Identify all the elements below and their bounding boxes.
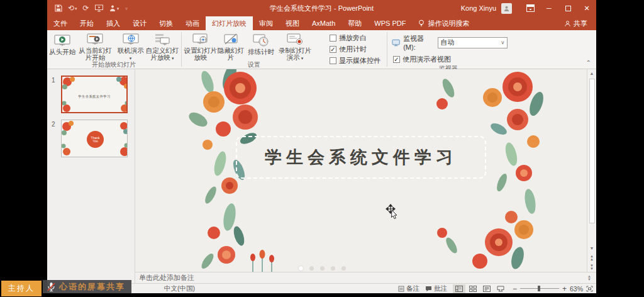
zoom-slider[interactable] (520, 288, 559, 289)
tab-file[interactable]: 文件 (47, 16, 74, 30)
zoom-slider-thumb[interactable] (538, 286, 540, 291)
thumbnail-slide-2[interactable]: 2 Thank You (61, 120, 127, 157)
monitor-select[interactable]: 自动 ˅ (438, 37, 508, 48)
tab-review[interactable]: 审阅 (253, 16, 279, 30)
thumbnail-slide-title: 学生会系统文件学习 (77, 94, 111, 98)
page-dot (320, 266, 325, 271)
reading-view-button[interactable] (480, 284, 493, 293)
share-banner-text: 心语的屏幕共享 (59, 281, 125, 293)
checkbox-icon (330, 35, 336, 42)
slide-page-dots (299, 266, 346, 271)
slide-sorter-view-button[interactable] (467, 284, 479, 293)
tab-animations[interactable]: 动画 (179, 16, 206, 30)
host-badge: 主持人 (1, 281, 42, 296)
page-dot (309, 266, 314, 271)
notes-toggle-button[interactable]: 备注 (398, 284, 419, 293)
tab-slideshow-active[interactable]: 幻灯片放映 (206, 16, 253, 30)
collapse-ribbon-icon[interactable]: ⌃ (586, 59, 591, 66)
monitor-icon (392, 39, 400, 47)
play-narrations-checkbox[interactable]: 播放旁白 (330, 33, 384, 43)
checkbox-checked-icon: ✓ (393, 56, 400, 63)
previous-slide-button[interactable]: ▲▲ (590, 253, 594, 262)
tab-home[interactable]: 开始 (74, 16, 100, 30)
zoom-level[interactable]: 63% (570, 285, 583, 293)
tab-view[interactable]: 视图 (279, 16, 306, 30)
titlebar: ⟲▾ ⟳ ▾ ▿ 学生会系统文件学习 - PowerPoint Kong Xin… (47, 0, 596, 16)
presenter-view-checkbox[interactable]: ✓ 使用演示者视图 (392, 55, 508, 64)
present-online-icon (123, 33, 139, 46)
show-media-controls-checkbox[interactable]: 显示媒体控件 (330, 56, 384, 65)
notes-icon (398, 286, 404, 292)
use-timings-checkbox[interactable]: ✓ 使用计时 (330, 45, 384, 54)
tab-help[interactable]: 帮助 (341, 16, 368, 30)
next-slide-button[interactable]: ▼▼ (590, 262, 594, 272)
tab-axmath[interactable]: AxMath (306, 16, 341, 30)
slide-title-text: 学生会系统文件学习 (265, 146, 457, 169)
comments-toggle-button[interactable]: 批注 (425, 284, 447, 293)
screen-share-frame: ⟲▾ ⟳ ▾ ▿ 学生会系统文件学习 - PowerPoint Kong Xin… (0, 0, 644, 297)
screen-share-banner[interactable]: 心语的屏幕共享 (43, 280, 131, 293)
record-slideshow-icon (287, 33, 303, 46)
rehearse-timings-button[interactable]: 排练计时 (246, 31, 276, 60)
record-slideshow-button[interactable]: 录制幻灯片演示 ▾ (276, 31, 314, 60)
start-slideshow-icon[interactable] (95, 4, 103, 12)
rehearse-timings-icon (253, 33, 269, 47)
notes-pane[interactable]: 单击此处添加备注 ▲▼ (135, 272, 596, 283)
setup-slideshow-button[interactable]: 设置幻灯片放映 (184, 31, 218, 60)
ribbon-tab-row: 文件 开始 插入 设计 切换 动画 幻灯片放映 审阅 视图 AxMath 帮助 … (47, 16, 596, 30)
notes-resize-arrows[interactable]: ▲▼ (587, 275, 591, 281)
ribbon-display-options-button[interactable] (521, 0, 540, 16)
slide-title-placeholder[interactable]: 学生会系统文件学习 (236, 136, 486, 179)
from-beginning-icon (54, 33, 70, 47)
customize-qat-icon[interactable]: ▿ (125, 6, 128, 11)
fit-to-window-icon[interactable] (586, 286, 593, 292)
ribbon: 从头开始 从当前幻灯片开始 联机演示▾ (47, 30, 596, 69)
dropdown-arrow-icon: ▾ (130, 56, 132, 60)
share-person-icon (564, 20, 571, 27)
maximize-button[interactable] (558, 0, 577, 16)
from-current-slide-button[interactable]: 从当前幻灯片开始 (76, 31, 114, 60)
slideshow-view-button[interactable] (494, 284, 507, 293)
slide-thumbnail-panel: 1 学生会系统文件学习 2 Than (47, 69, 135, 283)
mouse-move-cursor (386, 204, 399, 220)
bottom-black-strip (0, 293, 644, 297)
ribbon-group-start-slideshow: 从头开始 从当前幻灯片开始 联机演示▾ (47, 30, 180, 69)
slide-editing-area[interactable]: 学生会系统文件学习 (135, 69, 596, 272)
group-label-setup: 设置 (184, 60, 325, 69)
share-button[interactable]: 共享 (555, 16, 596, 30)
tab-wpspdf[interactable]: WPS PDF (368, 16, 412, 30)
custom-slideshow-button[interactable]: 自定义幻灯片放映 ▾ (145, 31, 179, 60)
page-dot (341, 266, 346, 271)
hide-slide-button[interactable]: 隐藏幻灯片 (218, 31, 244, 60)
present-online-button[interactable]: 联机演示▾ (116, 31, 145, 60)
slide-canvas[interactable]: 学生会系统文件学习 (135, 69, 587, 272)
undo-icon[interactable]: ⟲▾ (68, 4, 77, 12)
normal-view-button[interactable] (453, 284, 465, 293)
quick-access-toolbar: ⟲▾ ⟳ ▾ ▿ (47, 4, 128, 12)
minimize-button[interactable]: ─ (540, 0, 558, 16)
checkbox-checked-icon: ✓ (330, 46, 336, 53)
zoom-in-button[interactable]: + (562, 285, 567, 293)
redo-icon[interactable]: ⟳ (83, 4, 89, 12)
ribbon-group-separator (387, 32, 387, 67)
scrollbar-thumb[interactable] (589, 79, 595, 223)
lightbulb-icon (418, 20, 425, 27)
scroll-down-icon[interactable]: ▼ (590, 244, 594, 253)
tab-design[interactable]: 设计 (126, 16, 153, 30)
close-button[interactable]: ✕ (577, 0, 596, 16)
tab-transitions[interactable]: 切换 (153, 16, 179, 30)
from-current-slide-icon (87, 33, 103, 46)
user-name[interactable]: Kong Xinyu (461, 4, 496, 12)
presenter-icon[interactable]: ▾ (109, 4, 119, 12)
save-icon[interactable] (55, 4, 62, 12)
from-beginning-button[interactable]: 从头开始 (48, 31, 76, 60)
thumbnail-slide-1[interactable]: 1 学生会系统文件学习 (61, 76, 127, 113)
language-indicator[interactable]: 中文(中国) (164, 284, 195, 293)
zoom-out-button[interactable]: − (513, 285, 517, 293)
user-avatar[interactable] (501, 3, 512, 14)
scroll-up-icon[interactable]: ▲ (590, 69, 594, 78)
vertical-scrollbar[interactable]: ▲ ▼ ▲▲ ▼▼ (587, 69, 596, 272)
tell-me-search[interactable]: 操作说明搜索 (412, 16, 475, 30)
tab-insert[interactable]: 插入 (100, 16, 126, 30)
zoom-controls: − + 63% (513, 285, 593, 293)
